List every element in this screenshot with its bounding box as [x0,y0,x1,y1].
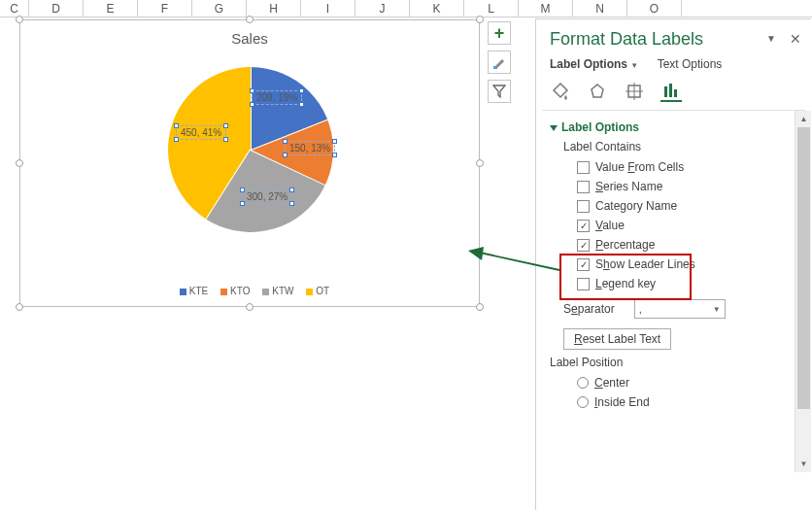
size-properties-icon[interactable] [624,81,645,102]
checkbox-legend-key[interactable]: Legend key [550,274,805,293]
chart-styles-button[interactable] [488,51,511,74]
legend-swatch [306,289,313,295]
legend-swatch [180,289,186,295]
expand-triangle-icon [550,125,558,131]
checkbox-show-leader-lines[interactable]: ✓Show Leader Lines [550,255,805,274]
checkbox-category-name[interactable]: Category Name [550,196,805,216]
pane-category-icons [536,79,811,110]
data-label-ot[interactable]: 450, 41% [176,125,226,140]
col-F[interactable]: F [138,0,192,17]
data-label-ktw[interactable]: 300, 27% [242,189,292,204]
data-label-text: 450, 41% [181,127,221,138]
chart-elements-button[interactable]: + [488,21,511,45]
col-J[interactable]: J [355,0,410,17]
scroll-down-button[interactable]: ▼ [795,456,811,472]
checkbox-icon [577,278,590,290]
radio-icon [577,396,589,408]
pane-scrollbar[interactable]: ▲ ▼ [795,111,811,472]
svg-rect-0 [493,66,497,69]
data-label-kte[interactable]: 209, 19% [252,90,302,105]
scroll-up-button[interactable]: ▲ [795,111,811,127]
checkbox-icon: ✓ [577,220,590,232]
label-options-icon[interactable] [660,81,682,102]
label-contains-heading: Label Contains [550,138,805,157]
selection-handle[interactable] [476,303,484,311]
col-H[interactable]: H [247,0,301,17]
selection-handle[interactable] [16,303,23,311]
tab-label-options[interactable]: Label Options ▼ [550,57,638,71]
col-N[interactable]: N [573,0,627,17]
col-M[interactable]: M [519,0,573,17]
col-K[interactable]: K [410,0,464,17]
chevron-down-icon: ▼ [713,305,721,314]
checkbox-icon: ✓ [577,258,590,271]
legend-label: KTE [189,286,208,296]
reset-label-text-button[interactable]: Reset Label Text [563,328,671,350]
selection-handle[interactable] [16,159,23,167]
svg-rect-6 [669,84,672,97]
radio-inside-end[interactable]: Inside End [550,392,805,412]
tab-text-options[interactable]: Text Options [658,57,723,71]
data-label-text: 209, 19% [256,92,297,103]
col-I[interactable]: I [301,0,355,17]
col-L[interactable]: L [464,0,519,17]
legend-swatch [220,289,227,295]
scroll-thumb[interactable] [797,127,810,409]
separator-label: Separator [563,302,615,316]
checkbox-icon: ✓ [577,239,590,252]
chart-action-buttons: + [488,21,511,109]
pane-options-dropdown[interactable]: ▼ [766,33,776,44]
pane-body: Label Options Label Contains Value From … [536,111,811,472]
checkbox-value-from-cells[interactable]: Value From Cells [550,157,805,177]
data-label-kto[interactable]: 150, 13% [285,141,335,155]
chart-filters-button[interactable] [488,80,511,103]
chevron-down-icon: ▼ [630,61,638,70]
brush-icon [491,54,507,70]
col-C[interactable]: C [0,0,29,17]
checkbox-icon [577,181,590,193]
funnel-icon [492,85,506,98]
separator-select[interactable]: ,▼ [634,299,726,319]
data-label-text: 150, 13% [289,143,330,153]
data-label-text: 300, 27% [247,191,288,202]
legend-swatch [262,289,269,295]
selection-handle[interactable] [246,303,254,311]
col-O[interactable]: O [627,0,682,17]
selection-handle[interactable] [476,16,484,23]
label-position-heading: Label Position [550,354,805,373]
checkbox-value[interactable]: ✓Value [550,216,805,235]
selection-handle[interactable] [476,159,484,167]
selection-handle[interactable] [246,16,254,23]
section-label-options[interactable]: Label Options [550,119,805,138]
col-D[interactable]: D [29,0,84,17]
checkbox-icon [577,161,590,174]
svg-rect-5 [664,86,667,97]
legend-label: OT [316,286,329,296]
radio-center[interactable]: Center [550,373,805,392]
chart-legend[interactable]: KTE KTO KTW OT [20,286,479,296]
col-E[interactable]: E [84,0,138,17]
svg-marker-1 [592,85,603,97]
close-pane-button[interactable]: ✕ [790,31,801,47]
chart-title[interactable]: Sales [20,30,479,47]
selection-handle[interactable] [16,16,23,23]
radio-icon [577,377,589,389]
legend-label: KTW [272,286,293,296]
svg-rect-7 [674,89,677,97]
checkbox-percentage[interactable]: ✓Percentage [550,235,805,255]
fill-line-icon[interactable] [550,81,571,102]
column-header-row: C D E F G H I J K L M N O [0,0,812,17]
format-data-labels-pane: Format Data Labels ▼ ✕ Label Options ▼ T… [535,18,811,510]
plus-icon: + [494,23,505,44]
chart-object[interactable]: Sales 209, 19% 150, 13% 300, 27% 450, 41… [19,19,480,307]
checkbox-icon [577,200,590,213]
checkbox-series-name[interactable]: Series Name [550,177,805,196]
col-G[interactable]: G [192,0,247,17]
legend-label: KTO [230,286,250,296]
effects-icon[interactable] [587,81,608,102]
